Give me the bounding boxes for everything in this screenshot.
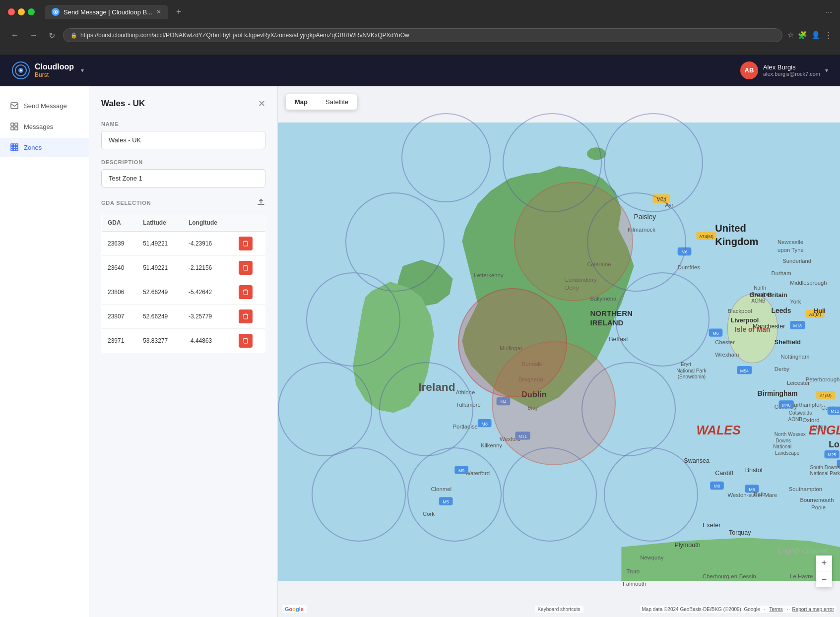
cell-longitude: -3.25779 [183,305,233,329]
zoom-controls: + − [816,555,832,587]
map-attribution: Map data ©2024 GeoBasis-DE/BKG (©2009), … [640,606,836,613]
cell-longitude: -2.12156 [183,256,233,280]
delete-row-btn[interactable] [239,237,253,250]
profile-btn[interactable]: 👤 [811,31,821,40]
zone-panel: Wales - UK ✕ NAME DESCRIPTION GDA SELECT… [89,86,278,617]
table-row: 23971 53.83277 -4.44863 [102,329,265,353]
svg-text:Blackpool: Blackpool [727,308,752,314]
sidebar-item-messages[interactable]: Messages [0,117,89,136]
svg-text:Bristol: Bristol [745,467,763,474]
svg-text:Hull: Hull [814,308,826,314]
cell-longitude: -4.23916 [183,232,233,256]
svg-text:Middlesbrough: Middlesbrough [790,280,827,286]
url-text: https://burst.cloudloop.com/acct/PONAKwl… [80,32,775,39]
back-btn[interactable]: ← [8,29,22,42]
map-area: M74 M6 Paisley Kilmarnock Ayr Coleraine … [278,86,840,617]
report-error-link[interactable]: Report a map error [792,607,834,612]
cell-latitude: 52.66249 [137,305,183,329]
bookmark-btn[interactable]: ☆ [787,31,794,40]
svg-text:AONB: AONB [788,417,803,422]
zoom-out-btn[interactable]: − [816,571,832,587]
svg-text:North: North [754,285,766,291]
gda-label: GDA SELECTION [101,200,151,206]
svg-text:M8: M8 [714,484,720,489]
svg-text:Northampton: Northampton [790,402,823,408]
new-tab-btn[interactable]: + [172,7,186,17]
close-window-btn[interactable] [8,8,15,15]
svg-text:Birmingham: Birmingham [758,389,798,397]
svg-text:Kilkenny: Kilkenny [481,442,502,448]
svg-rect-13 [16,144,18,146]
forward-btn[interactable]: → [27,29,41,42]
name-input[interactable] [101,131,265,149]
map-data-text: Map data ©2024 GeoBasis-DE/BKG (©2009), … [642,607,760,612]
app-header: Cloudloop Burst ▾ AB Alex Burgis alex.bu… [0,55,840,86]
close-panel-btn[interactable]: ✕ [258,98,265,109]
main-layout: Send Message Messages [0,86,840,617]
svg-text:upon Tyne: upon Tyne [777,247,804,253]
delete-row-btn[interactable] [239,261,253,275]
upload-btn[interactable] [257,197,265,208]
tab-close-btn[interactable]: ✕ [156,8,161,15]
extensions-btn[interactable]: 🧩 [798,31,807,40]
delete-row-btn[interactable] [239,309,253,323]
svg-text:Sheffield: Sheffield [775,339,801,346]
delete-row-btn[interactable] [239,334,253,348]
delete-row-btn[interactable] [239,285,253,299]
google-logo: Google [282,605,307,613]
outline-circle-8 [278,362,372,456]
svg-text:Southampton: Southampton [789,486,822,492]
terms-link[interactable]: Terms [770,607,783,612]
svg-text:Falmouth: Falmouth [623,581,646,587]
svg-text:Cotswalds: Cotswalds [789,410,812,416]
maximize-window-btn[interactable] [28,8,35,15]
svg-text:Exeter: Exeter [703,522,720,529]
col-header-latitude: Latitude [137,214,183,232]
cell-gda: 23639 [102,232,137,256]
svg-text:Newcastle: Newcastle [777,239,803,245]
svg-rect-15 [13,146,15,148]
map-toggle: Map Satellite [286,94,357,110]
cell-gda: 23640 [102,256,137,280]
gda-table: GDA Latitude Longitude 23639 51.49221 -4… [101,214,265,353]
description-field-group: DESCRIPTION [101,159,265,187]
browser-nav: ← → ↻ 🔒 https://burst.cloudloop.com/acct… [0,24,840,47]
sidebar-item-label: Send Message [24,102,67,110]
lock-icon: 🔒 [70,32,77,39]
cell-delete [233,305,265,329]
keyboard-shortcuts-link[interactable]: Keyboard shortcuts [534,606,583,613]
logo-area: Cloudloop Burst ▾ [12,62,84,79]
cell-longitude: -4.44863 [183,329,233,353]
logo-sub-text: Burst [35,71,74,78]
outline-circle-12 [407,447,502,542]
sidebar-item-zones[interactable]: Zones [0,138,89,157]
outline-circle-10 [582,362,676,456]
tab-title: Send Message | Cloudloop B... [64,8,152,16]
app: Cloudloop Burst ▾ AB Alex Burgis alex.bu… [0,55,840,617]
user-chevron-icon[interactable]: ▾ [825,67,828,74]
messages-icon [10,122,19,131]
logo-text: Cloudloop Burst [35,62,74,78]
sidebar-item-send-message[interactable]: Send Message [0,96,89,115]
svg-text:Sunderland: Sunderland [782,258,811,264]
description-input[interactable] [101,169,265,187]
browser-settings-btn[interactable]: ⋮ [825,31,832,40]
satellite-btn[interactable]: Satellite [317,94,357,110]
minimize-window-btn[interactable] [18,8,25,15]
browser-tab[interactable]: Send Message | Cloudloop B... ✕ [45,5,168,19]
browser-menu-btn[interactable]: ⋯ [826,8,832,16]
user-info: Alex Burgis alex.burgis@rock7.com [763,63,820,77]
user-email: alex.burgis@rock7.com [763,71,820,77]
logo-chevron-icon[interactable]: ▾ [81,67,84,74]
svg-point-1 [55,11,57,13]
svg-text:Great Britain: Great Britain [749,292,787,299]
svg-text:York: York [790,299,801,305]
cell-delete [233,329,265,353]
map-btn[interactable]: Map [286,94,317,110]
svg-rect-17 [11,149,13,151]
zoom-in-btn[interactable]: + [816,555,832,571]
url-bar[interactable]: 🔒 https://burst.cloudloop.com/acct/PONAK… [63,28,782,42]
gda-header: GDA SELECTION [101,197,265,208]
outline-circle-9 [379,362,473,456]
refresh-btn[interactable]: ↻ [46,29,58,42]
